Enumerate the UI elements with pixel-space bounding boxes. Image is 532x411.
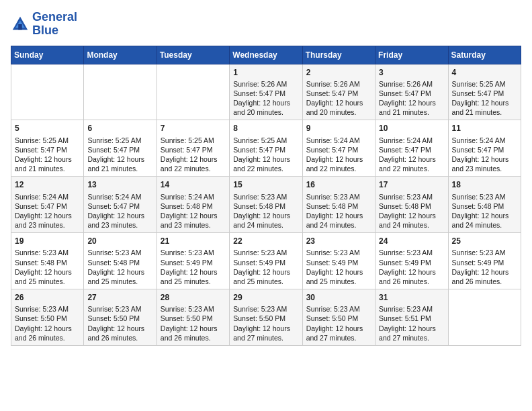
day-info-line: Sunrise: 5:23 AM xyxy=(15,304,80,314)
day-number: 29 xyxy=(233,292,298,303)
day-info-line: Sunrise: 5:23 AM xyxy=(233,192,298,201)
day-info-line: Sunrise: 5:25 AM xyxy=(161,136,226,145)
calendar-day-31: 31Sunrise: 5:23 AMSunset: 5:51 PMDayligh… xyxy=(375,289,448,346)
day-info-line: Sunset: 5:48 PM xyxy=(15,258,80,267)
calendar-day-10: 10Sunrise: 5:24 AMSunset: 5:47 PMDayligh… xyxy=(375,120,448,177)
calendar-day-22: 22Sunrise: 5:23 AMSunset: 5:49 PMDayligh… xyxy=(230,233,302,289)
calendar-day-26: 26Sunrise: 5:23 AMSunset: 5:50 PMDayligh… xyxy=(11,289,84,346)
day-info-line: Daylight: 12 hours and 24 minutes. xyxy=(452,211,517,230)
day-header-saturday: Saturday xyxy=(448,46,521,64)
day-info-line: Sunset: 5:50 PM xyxy=(306,314,371,323)
day-info-line: Sunrise: 5:23 AM xyxy=(233,304,298,314)
day-number: 15 xyxy=(233,179,298,190)
calendar-day-9: 9Sunrise: 5:24 AMSunset: 5:47 PMDaylight… xyxy=(302,120,375,177)
logo-text: General Blue xyxy=(32,11,77,38)
svg-rect-2 xyxy=(18,24,22,30)
day-info-line: Daylight: 12 hours and 26 minutes. xyxy=(452,267,517,286)
day-info-line: Sunset: 5:47 PM xyxy=(233,145,298,154)
calendar-day-empty xyxy=(157,64,229,120)
day-info-line: Sunrise: 5:25 AM xyxy=(452,79,517,89)
day-info-line: Sunset: 5:48 PM xyxy=(452,201,517,211)
day-info-line: Daylight: 12 hours and 21 minutes. xyxy=(15,154,80,173)
day-number: 7 xyxy=(161,123,226,134)
day-info-line: Daylight: 12 hours and 22 minutes. xyxy=(161,154,226,173)
day-info-line: Sunset: 5:47 PM xyxy=(452,145,517,154)
calendar-day-17: 17Sunrise: 5:23 AMSunset: 5:48 PMDayligh… xyxy=(375,177,448,233)
calendar-week-row: 5Sunrise: 5:25 AMSunset: 5:47 PMDaylight… xyxy=(11,120,521,177)
calendar-day-1: 1Sunrise: 5:26 AMSunset: 5:47 PMDaylight… xyxy=(230,64,302,120)
day-number: 25 xyxy=(452,236,517,246)
day-info-line: Sunrise: 5:25 AM xyxy=(87,136,152,145)
day-info-line: Daylight: 12 hours and 25 minutes. xyxy=(233,267,298,286)
day-info-line: Sunrise: 5:24 AM xyxy=(15,192,80,201)
day-info-line: Daylight: 12 hours and 27 minutes. xyxy=(379,324,444,342)
calendar-day-empty xyxy=(448,289,521,346)
day-info-line: Daylight: 12 hours and 26 minutes. xyxy=(87,324,152,342)
calendar-day-empty xyxy=(84,64,157,120)
day-number: 13 xyxy=(87,179,152,190)
day-info-line: Sunrise: 5:23 AM xyxy=(306,192,371,201)
day-info-line: Sunset: 5:47 PM xyxy=(161,145,226,154)
day-info-line: Sunset: 5:49 PM xyxy=(161,258,226,267)
day-info-line: Daylight: 12 hours and 22 minutes. xyxy=(306,154,371,173)
calendar-day-25: 25Sunrise: 5:23 AMSunset: 5:49 PMDayligh… xyxy=(448,233,521,289)
day-number: 31 xyxy=(379,292,444,303)
calendar-day-6: 6Sunrise: 5:25 AMSunset: 5:47 PMDaylight… xyxy=(84,120,157,177)
day-info-line: Sunrise: 5:23 AM xyxy=(87,248,152,257)
calendar-week-row: 1Sunrise: 5:26 AMSunset: 5:47 PMDaylight… xyxy=(11,64,521,120)
day-info-line: Sunset: 5:50 PM xyxy=(15,314,80,323)
day-info-line: Sunset: 5:49 PM xyxy=(379,258,444,267)
day-info-line: Sunset: 5:50 PM xyxy=(87,314,152,323)
day-info-line: Sunset: 5:48 PM xyxy=(379,201,444,211)
calendar-day-4: 4Sunrise: 5:25 AMSunset: 5:47 PMDaylight… xyxy=(448,64,521,120)
day-header-sunday: Sunday xyxy=(11,46,84,64)
day-number: 28 xyxy=(161,292,226,303)
day-info-line: Sunrise: 5:23 AM xyxy=(233,248,298,257)
day-info-line: Daylight: 12 hours and 23 minutes. xyxy=(452,154,517,173)
day-info-line: Daylight: 12 hours and 22 minutes. xyxy=(233,154,298,173)
calendar-header-row: SundayMondayTuesdayWednesdayThursdayFrid… xyxy=(11,46,521,64)
day-info-line: Sunrise: 5:25 AM xyxy=(15,136,80,145)
calendar-day-8: 8Sunrise: 5:25 AMSunset: 5:47 PMDaylight… xyxy=(230,120,302,177)
day-info-line: Sunset: 5:48 PM xyxy=(306,201,371,211)
day-number: 5 xyxy=(15,123,80,134)
day-info-line: Sunset: 5:47 PM xyxy=(15,145,80,154)
calendar-day-28: 28Sunrise: 5:23 AMSunset: 5:50 PMDayligh… xyxy=(157,289,229,346)
calendar-day-18: 18Sunrise: 5:23 AMSunset: 5:48 PMDayligh… xyxy=(448,177,521,233)
day-info-line: Sunrise: 5:23 AM xyxy=(379,248,444,257)
day-number: 27 xyxy=(87,292,152,303)
day-header-thursday: Thursday xyxy=(302,46,375,64)
day-info-line: Sunrise: 5:24 AM xyxy=(87,192,152,201)
calendar-day-24: 24Sunrise: 5:23 AMSunset: 5:49 PMDayligh… xyxy=(375,233,448,289)
day-number: 2 xyxy=(306,67,371,78)
day-number: 3 xyxy=(379,67,444,78)
day-info-line: Sunset: 5:47 PM xyxy=(87,201,152,211)
calendar-day-21: 21Sunrise: 5:23 AMSunset: 5:49 PMDayligh… xyxy=(157,233,229,289)
calendar-day-12: 12Sunrise: 5:24 AMSunset: 5:47 PMDayligh… xyxy=(11,177,84,233)
day-info-line: Sunrise: 5:24 AM xyxy=(161,192,226,201)
day-info-line: Sunrise: 5:23 AM xyxy=(379,304,444,314)
calendar-week-row: 19Sunrise: 5:23 AMSunset: 5:48 PMDayligh… xyxy=(11,233,521,289)
day-info-line: Sunrise: 5:23 AM xyxy=(306,248,371,257)
day-header-wednesday: Wednesday xyxy=(230,46,302,64)
day-info-line: Sunset: 5:47 PM xyxy=(379,89,444,98)
calendar-day-19: 19Sunrise: 5:23 AMSunset: 5:48 PMDayligh… xyxy=(11,233,84,289)
day-info-line: Sunrise: 5:24 AM xyxy=(306,136,371,145)
day-info-line: Sunrise: 5:23 AM xyxy=(161,248,226,257)
day-header-friday: Friday xyxy=(375,46,448,64)
day-info-line: Daylight: 12 hours and 21 minutes. xyxy=(379,98,444,117)
calendar-day-29: 29Sunrise: 5:23 AMSunset: 5:50 PMDayligh… xyxy=(230,289,302,346)
day-number: 24 xyxy=(379,236,444,246)
day-number: 4 xyxy=(452,67,517,78)
calendar-day-15: 15Sunrise: 5:23 AMSunset: 5:48 PMDayligh… xyxy=(230,177,302,233)
day-number: 21 xyxy=(161,236,226,246)
day-number: 19 xyxy=(15,236,80,246)
calendar-day-empty xyxy=(11,64,84,120)
day-info-line: Sunrise: 5:23 AM xyxy=(452,192,517,201)
day-info-line: Daylight: 12 hours and 20 minutes. xyxy=(233,98,298,117)
day-number: 22 xyxy=(233,236,298,246)
day-info-line: Daylight: 12 hours and 26 minutes. xyxy=(15,324,80,342)
day-number: 20 xyxy=(87,236,152,246)
calendar-day-13: 13Sunrise: 5:24 AMSunset: 5:47 PMDayligh… xyxy=(84,177,157,233)
day-info-line: Daylight: 12 hours and 25 minutes. xyxy=(161,267,226,286)
